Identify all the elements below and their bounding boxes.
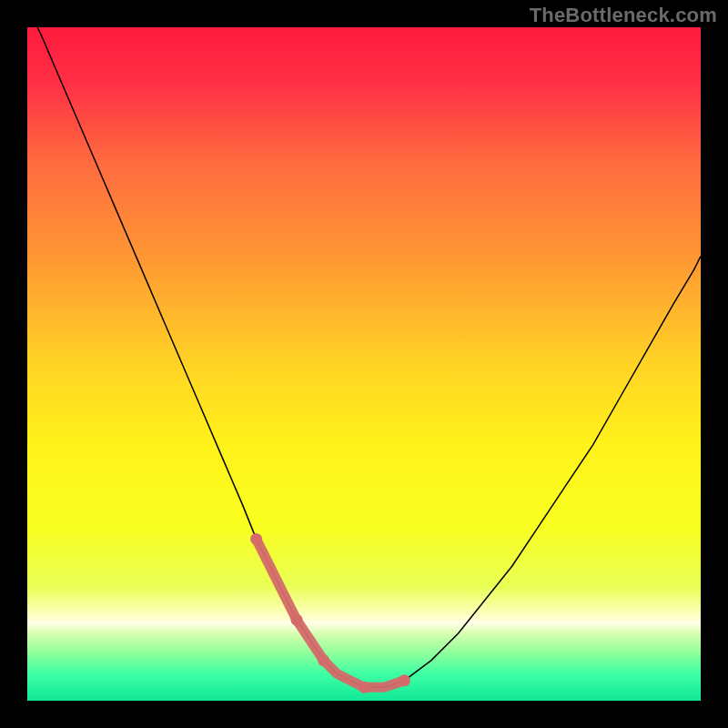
accent-dot — [318, 654, 329, 666]
series-bottleneck-curve — [27, 27, 701, 687]
plot-area — [27, 27, 701, 701]
accent-dot — [250, 533, 262, 545]
chart-frame: TheBottleneck.com — [0, 0, 728, 728]
accent-dot — [291, 614, 303, 626]
accent-trough-highlight — [257, 539, 405, 687]
accent-dot — [399, 674, 410, 686]
chart-curves — [27, 27, 701, 701]
accent-dot — [359, 682, 370, 693]
watermark-text: TheBottleneck.com — [530, 4, 717, 27]
